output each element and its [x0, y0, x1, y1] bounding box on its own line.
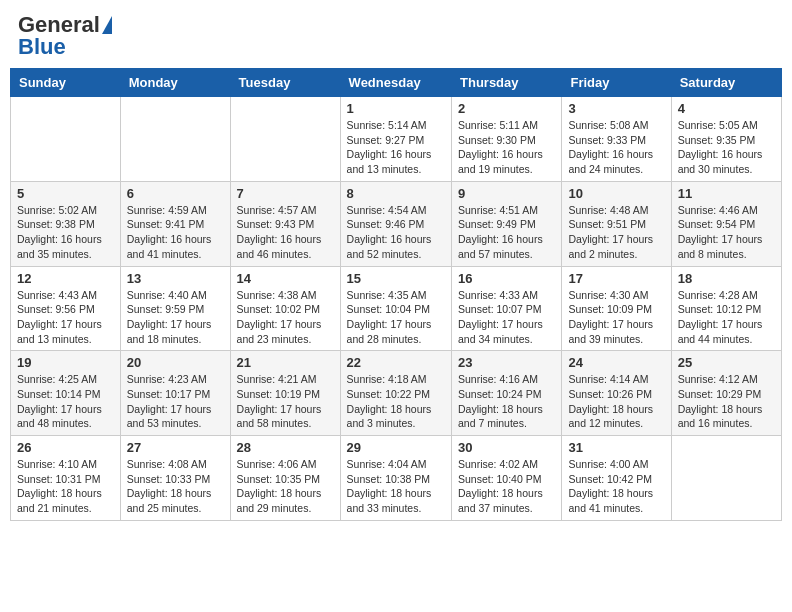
- calendar-cell: 26Sunrise: 4:10 AM Sunset: 10:31 PM Dayl…: [11, 436, 121, 521]
- day-of-week-header: Monday: [120, 69, 230, 97]
- day-info: Sunrise: 4:54 AM Sunset: 9:46 PM Dayligh…: [347, 203, 445, 262]
- day-info: Sunrise: 4:06 AM Sunset: 10:35 PM Daylig…: [237, 457, 334, 516]
- day-number: 1: [347, 101, 445, 116]
- calendar-cell: 12Sunrise: 4:43 AM Sunset: 9:56 PM Dayli…: [11, 266, 121, 351]
- day-info: Sunrise: 4:43 AM Sunset: 9:56 PM Dayligh…: [17, 288, 114, 347]
- calendar-cell: 31Sunrise: 4:00 AM Sunset: 10:42 PM Dayl…: [562, 436, 671, 521]
- calendar-cell: 1Sunrise: 5:14 AM Sunset: 9:27 PM Daylig…: [340, 97, 451, 182]
- day-info: Sunrise: 4:40 AM Sunset: 9:59 PM Dayligh…: [127, 288, 224, 347]
- day-info: Sunrise: 4:00 AM Sunset: 10:42 PM Daylig…: [568, 457, 664, 516]
- calendar-cell: 13Sunrise: 4:40 AM Sunset: 9:59 PM Dayli…: [120, 266, 230, 351]
- day-number: 7: [237, 186, 334, 201]
- day-number: 17: [568, 271, 664, 286]
- logo: General Blue: [18, 14, 112, 58]
- day-number: 23: [458, 355, 555, 370]
- day-number: 30: [458, 440, 555, 455]
- day-number: 18: [678, 271, 775, 286]
- day-number: 15: [347, 271, 445, 286]
- calendar-cell: [230, 97, 340, 182]
- day-info: Sunrise: 4:16 AM Sunset: 10:24 PM Daylig…: [458, 372, 555, 431]
- day-info: Sunrise: 4:04 AM Sunset: 10:38 PM Daylig…: [347, 457, 445, 516]
- calendar-cell: 18Sunrise: 4:28 AM Sunset: 10:12 PM Dayl…: [671, 266, 781, 351]
- day-number: 11: [678, 186, 775, 201]
- calendar-cell: 28Sunrise: 4:06 AM Sunset: 10:35 PM Dayl…: [230, 436, 340, 521]
- day-number: 22: [347, 355, 445, 370]
- day-info: Sunrise: 4:08 AM Sunset: 10:33 PM Daylig…: [127, 457, 224, 516]
- day-number: 20: [127, 355, 224, 370]
- calendar-cell: 2Sunrise: 5:11 AM Sunset: 9:30 PM Daylig…: [452, 97, 562, 182]
- day-number: 21: [237, 355, 334, 370]
- calendar-cell: 25Sunrise: 4:12 AM Sunset: 10:29 PM Dayl…: [671, 351, 781, 436]
- calendar-cell: 30Sunrise: 4:02 AM Sunset: 10:40 PM Dayl…: [452, 436, 562, 521]
- day-number: 2: [458, 101, 555, 116]
- day-of-week-header: Tuesday: [230, 69, 340, 97]
- logo-triangle-icon: [102, 16, 112, 34]
- day-number: 3: [568, 101, 664, 116]
- calendar-cell: 14Sunrise: 4:38 AM Sunset: 10:02 PM Dayl…: [230, 266, 340, 351]
- day-info: Sunrise: 4:57 AM Sunset: 9:43 PM Dayligh…: [237, 203, 334, 262]
- day-number: 29: [347, 440, 445, 455]
- calendar-cell: [671, 436, 781, 521]
- day-info: Sunrise: 4:48 AM Sunset: 9:51 PM Dayligh…: [568, 203, 664, 262]
- logo-blue-text: Blue: [18, 36, 66, 58]
- calendar-cell: 8Sunrise: 4:54 AM Sunset: 9:46 PM Daylig…: [340, 181, 451, 266]
- day-number: 12: [17, 271, 114, 286]
- day-of-week-header: Friday: [562, 69, 671, 97]
- day-number: 19: [17, 355, 114, 370]
- day-info: Sunrise: 4:18 AM Sunset: 10:22 PM Daylig…: [347, 372, 445, 431]
- day-number: 14: [237, 271, 334, 286]
- day-info: Sunrise: 4:33 AM Sunset: 10:07 PM Daylig…: [458, 288, 555, 347]
- day-of-week-header: Sunday: [11, 69, 121, 97]
- day-info: Sunrise: 4:46 AM Sunset: 9:54 PM Dayligh…: [678, 203, 775, 262]
- calendar-cell: 9Sunrise: 4:51 AM Sunset: 9:49 PM Daylig…: [452, 181, 562, 266]
- day-number: 10: [568, 186, 664, 201]
- calendar-cell: 22Sunrise: 4:18 AM Sunset: 10:22 PM Dayl…: [340, 351, 451, 436]
- day-info: Sunrise: 5:14 AM Sunset: 9:27 PM Dayligh…: [347, 118, 445, 177]
- calendar-cell: 24Sunrise: 4:14 AM Sunset: 10:26 PM Dayl…: [562, 351, 671, 436]
- calendar-cell: 27Sunrise: 4:08 AM Sunset: 10:33 PM Dayl…: [120, 436, 230, 521]
- day-of-week-header: Saturday: [671, 69, 781, 97]
- day-number: 24: [568, 355, 664, 370]
- calendar-cell: 6Sunrise: 4:59 AM Sunset: 9:41 PM Daylig…: [120, 181, 230, 266]
- calendar-cell: 5Sunrise: 5:02 AM Sunset: 9:38 PM Daylig…: [11, 181, 121, 266]
- day-number: 4: [678, 101, 775, 116]
- logo-general-text: General: [18, 14, 100, 36]
- calendar-cell: [120, 97, 230, 182]
- calendar-cell: 16Sunrise: 4:33 AM Sunset: 10:07 PM Dayl…: [452, 266, 562, 351]
- calendar-cell: 21Sunrise: 4:21 AM Sunset: 10:19 PM Dayl…: [230, 351, 340, 436]
- day-of-week-header: Wednesday: [340, 69, 451, 97]
- day-info: Sunrise: 4:23 AM Sunset: 10:17 PM Daylig…: [127, 372, 224, 431]
- calendar-cell: 19Sunrise: 4:25 AM Sunset: 10:14 PM Dayl…: [11, 351, 121, 436]
- calendar-cell: 7Sunrise: 4:57 AM Sunset: 9:43 PM Daylig…: [230, 181, 340, 266]
- day-info: Sunrise: 4:28 AM Sunset: 10:12 PM Daylig…: [678, 288, 775, 347]
- day-info: Sunrise: 4:35 AM Sunset: 10:04 PM Daylig…: [347, 288, 445, 347]
- day-info: Sunrise: 4:25 AM Sunset: 10:14 PM Daylig…: [17, 372, 114, 431]
- calendar-cell: 29Sunrise: 4:04 AM Sunset: 10:38 PM Dayl…: [340, 436, 451, 521]
- calendar: SundayMondayTuesdayWednesdayThursdayFrid…: [10, 68, 782, 521]
- calendar-cell: 17Sunrise: 4:30 AM Sunset: 10:09 PM Dayl…: [562, 266, 671, 351]
- day-number: 5: [17, 186, 114, 201]
- day-info: Sunrise: 5:05 AM Sunset: 9:35 PM Dayligh…: [678, 118, 775, 177]
- day-number: 13: [127, 271, 224, 286]
- day-number: 31: [568, 440, 664, 455]
- day-info: Sunrise: 5:08 AM Sunset: 9:33 PM Dayligh…: [568, 118, 664, 177]
- calendar-cell: 3Sunrise: 5:08 AM Sunset: 9:33 PM Daylig…: [562, 97, 671, 182]
- day-number: 16: [458, 271, 555, 286]
- day-info: Sunrise: 4:59 AM Sunset: 9:41 PM Dayligh…: [127, 203, 224, 262]
- day-number: 8: [347, 186, 445, 201]
- calendar-cell: 10Sunrise: 4:48 AM Sunset: 9:51 PM Dayli…: [562, 181, 671, 266]
- calendar-cell: 11Sunrise: 4:46 AM Sunset: 9:54 PM Dayli…: [671, 181, 781, 266]
- calendar-cell: [11, 97, 121, 182]
- day-info: Sunrise: 4:14 AM Sunset: 10:26 PM Daylig…: [568, 372, 664, 431]
- day-number: 27: [127, 440, 224, 455]
- day-number: 6: [127, 186, 224, 201]
- day-info: Sunrise: 4:02 AM Sunset: 10:40 PM Daylig…: [458, 457, 555, 516]
- calendar-cell: 20Sunrise: 4:23 AM Sunset: 10:17 PM Dayl…: [120, 351, 230, 436]
- day-info: Sunrise: 5:02 AM Sunset: 9:38 PM Dayligh…: [17, 203, 114, 262]
- day-number: 28: [237, 440, 334, 455]
- day-of-week-header: Thursday: [452, 69, 562, 97]
- calendar-cell: 15Sunrise: 4:35 AM Sunset: 10:04 PM Dayl…: [340, 266, 451, 351]
- day-info: Sunrise: 4:38 AM Sunset: 10:02 PM Daylig…: [237, 288, 334, 347]
- day-info: Sunrise: 4:51 AM Sunset: 9:49 PM Dayligh…: [458, 203, 555, 262]
- day-info: Sunrise: 4:12 AM Sunset: 10:29 PM Daylig…: [678, 372, 775, 431]
